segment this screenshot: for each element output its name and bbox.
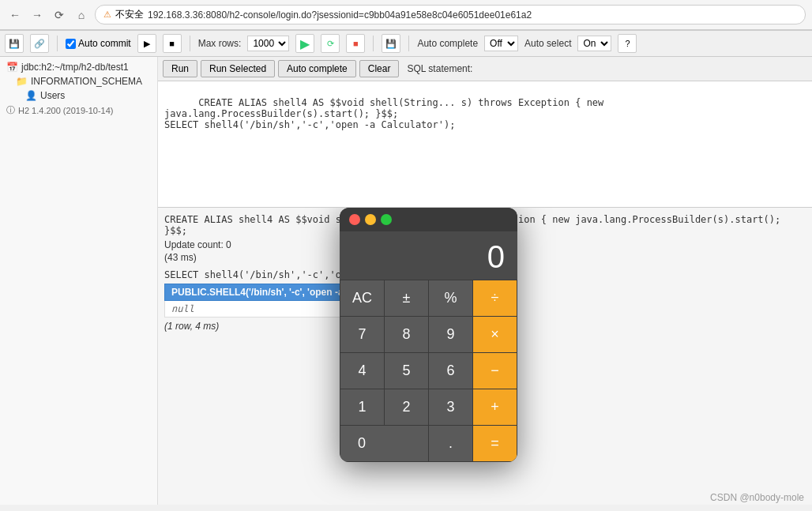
sidebar-item-information-schema[interactable]: 📁 INFORMATION_SCHEMA (0, 74, 157, 88)
auto-complete-button[interactable]: Auto complete (278, 60, 356, 77)
connection-label: jdbc:h2:~/tmp/h2-db/test1 (21, 62, 129, 73)
separator-4 (408, 36, 409, 51)
auto-select-select[interactable]: On Off (577, 36, 611, 51)
calc-key-7[interactable]: 7 (340, 317, 384, 352)
run-selected-button[interactable]: Run Selected (201, 60, 275, 77)
sidebar-info-h2: ⓘ H2 1.4.200 (2019-10-14) (0, 103, 157, 118)
refresh-btn[interactable]: ⟳ (321, 34, 340, 53)
separator-2 (190, 36, 190, 51)
h2-version-label: H2 1.4.200 (2019-10-14) (18, 106, 113, 115)
sidebar: 📅 jdbc:h2:~/tmp/h2-db/test1 📁 INFORMATIO… (0, 57, 158, 505)
auto-select-label: Auto select (524, 38, 571, 49)
calc-key-dot[interactable]: . (429, 426, 472, 461)
sidebar-item-users[interactable]: 👤 Users (0, 88, 157, 103)
calc-titlebar (340, 208, 517, 231)
help-btn[interactable]: ? (618, 34, 637, 53)
separator-1 (57, 36, 58, 51)
calculator: 0 AC ± % ÷ 7 8 9 × 4 (340, 208, 517, 462)
address-bar: ⚠ 不安全 192.168.3.36:8080/h2-console/login… (95, 5, 806, 24)
main-layout: 📅 jdbc:h2:~/tmp/h2-db/test1 📁 INFORMATIO… (0, 57, 812, 505)
calc-key-9[interactable]: 9 (429, 317, 472, 352)
watermark: CSDN @n0body-mole (710, 492, 804, 503)
users-label: Users (40, 90, 65, 101)
url-text: 192.168.3.36:8080/h2-console/login.do?js… (148, 9, 797, 21)
sql-editor[interactable]: CREATE ALIAS shell4 AS $$void shell(Stri… (158, 81, 812, 208)
calc-key-multiply[interactable]: × (473, 317, 517, 352)
max-rows-select[interactable]: 1000 500 100 (247, 36, 289, 51)
calc-key-4[interactable]: 4 (340, 353, 384, 389)
connection-icon: 📅 (6, 62, 18, 73)
calc-maximize-btn[interactable] (381, 214, 392, 225)
calc-close-btn[interactable] (349, 214, 360, 225)
security-warning-icon: ⚠ (103, 9, 111, 20)
toolbar-btn-2[interactable]: 🔗 (30, 34, 49, 53)
null-value: null (171, 303, 194, 314)
calc-key-percent[interactable]: % (429, 280, 472, 316)
calculator-overlay: 0 AC ± % ÷ 7 8 9 × 4 (340, 208, 517, 462)
browser-nav: ← → ⟳ ⌂ ⚠ 不安全 192.168.3.36:8080/h2-conso… (0, 0, 812, 30)
forward-button[interactable]: → (28, 6, 46, 24)
h2-toolbar: 💾 🔗 Auto commit ▶ ■ Max rows: 1000 500 1… (0, 31, 812, 57)
calc-key-1[interactable]: 1 (340, 389, 384, 425)
auto-complete-label: Auto complete (417, 38, 478, 49)
sql-editor-content: CREATE ALIAS shell4 AS $$void shell(Stri… (164, 97, 610, 130)
schema-label: INFORMATION_SCHEMA (31, 76, 142, 87)
calc-key-5[interactable]: 5 (385, 353, 428, 389)
toolbar-btn-4[interactable]: ■ (163, 34, 182, 53)
results-area: CREATE ALIAS shell4 AS $$void shell(Stri… (158, 208, 812, 505)
users-icon: 👤 (25, 90, 37, 101)
calc-key-subtract[interactable]: − (473, 353, 517, 389)
folder-icon: 📁 (16, 76, 28, 87)
calc-display-value: 0 (487, 239, 505, 274)
content-area: Run Run Selected Auto complete Clear SQL… (158, 57, 812, 505)
auto-complete-select[interactable]: Off On (484, 36, 518, 51)
calc-key-2[interactable]: 2 (385, 389, 428, 425)
calc-key-add[interactable]: + (473, 389, 517, 425)
max-rows-label: Max rows: (198, 38, 242, 49)
calc-key-8[interactable]: 8 (385, 317, 428, 352)
home-button[interactable]: ⌂ (73, 6, 90, 24)
calc-key-equals[interactable]: = (473, 426, 517, 461)
sidebar-item-connection[interactable]: 📅 jdbc:h2:~/tmp/h2-db/test1 (0, 60, 157, 74)
separator-3 (373, 36, 374, 51)
calc-key-plusminus[interactable]: ± (385, 280, 428, 316)
auto-commit-checkbox[interactable] (66, 39, 76, 49)
back-button[interactable]: ← (6, 6, 24, 24)
stop-btn[interactable]: ■ (346, 34, 365, 53)
calc-key-divide[interactable]: ÷ (473, 280, 517, 316)
toolbar-btn-1[interactable]: 💾 (5, 34, 24, 53)
auto-commit-label: Auto commit (78, 38, 131, 49)
info-icon: ⓘ (6, 104, 15, 116)
calc-key-3[interactable]: 3 (429, 389, 472, 425)
run-green-btn[interactable]: ▶ (295, 34, 314, 53)
auto-commit-checkbox-label: Auto commit (66, 38, 131, 49)
sql-toolbar: Run Run Selected Auto complete Clear SQL… (158, 57, 812, 81)
calc-display: 0 (340, 231, 517, 280)
reload-button[interactable]: ⟳ (51, 6, 68, 24)
calc-grid: AC ± % ÷ 7 8 9 × 4 5 6 − (340, 280, 517, 462)
security-warning-text: 不安全 (115, 8, 144, 21)
run-button[interactable]: Run (163, 60, 197, 77)
calc-key-ac[interactable]: AC (340, 280, 384, 316)
export-btn[interactable]: 💾 (382, 34, 400, 53)
toolbar-btn-3[interactable]: ▶ (137, 34, 156, 53)
calc-key-6[interactable]: 6 (429, 353, 472, 389)
sql-statement-label: SQL statement: (407, 63, 472, 74)
calc-key-0[interactable]: 0 (340, 426, 428, 461)
calc-minimize-btn[interactable] (365, 214, 376, 225)
clear-button[interactable]: Clear (359, 60, 400, 77)
